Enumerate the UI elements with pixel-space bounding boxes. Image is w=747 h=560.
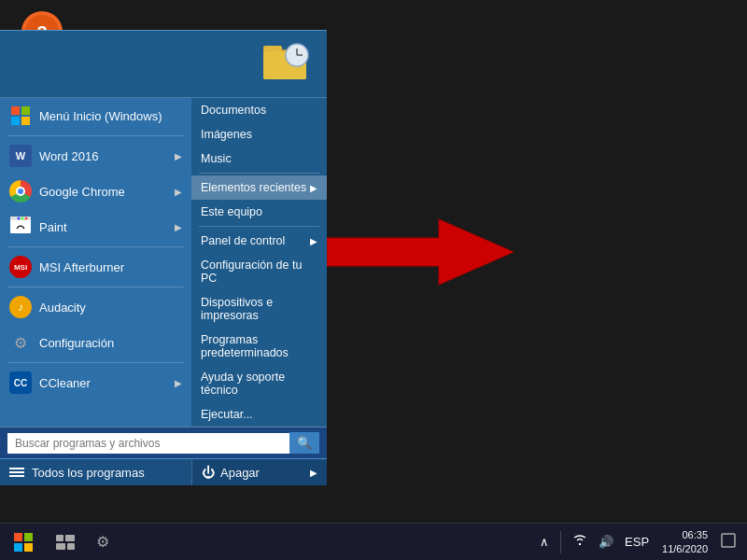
clock-time: 06:35: [662, 528, 708, 541]
menu-item-chrome[interactable]: Google Chrome ▶: [0, 174, 191, 209]
shutdown-arrow: ▶: [310, 468, 317, 478]
right-item-elementos-recientes[interactable]: Elementos recientes ▶: [191, 175, 327, 200]
svg-marker-14: [327, 219, 514, 285]
menu-divider-1: [7, 135, 184, 136]
start-menu: Menú Inicio (Windows) W Word 2016 ▶: [0, 30, 327, 485]
user-icon: [261, 38, 317, 90]
start-menu-top: [0, 31, 327, 98]
svg-point-13: [18, 217, 21, 220]
menu-item-config[interactable]: ⚙ Configuración: [0, 325, 191, 360]
clock-date: 11/6/2020: [662, 542, 708, 555]
start-search-bar: 🔍: [0, 427, 327, 458]
menu-divider-4: [7, 362, 184, 363]
menu-item-word-label: Word 2016: [39, 149, 98, 163]
shutdown-button[interactable]: ⏻ Apagar ▶: [191, 459, 327, 485]
tray-up-arrow[interactable]: ∧: [536, 533, 553, 551]
tray-network-icon[interactable]: [569, 532, 591, 552]
svg-point-12: [21, 217, 24, 220]
menu-item-config-label: Configuración: [39, 336, 114, 350]
right-item-ejecutar[interactable]: Ejecutar...: [191, 402, 327, 427]
panel-control-label: Panel de control: [201, 234, 285, 247]
taskbar: ⚙ ∧ 🔊 ESP 06:35 11/6/2020: [0, 523, 747, 560]
right-item-este-equipo[interactable]: Este equipo: [191, 200, 327, 224]
svg-rect-15: [56, 535, 63, 541]
task-view-button[interactable]: [47, 524, 84, 561]
cc-icon: CC: [9, 371, 32, 394]
taskbar-tray: ∧ 🔊 ESP 06:35 11/6/2020: [536, 526, 747, 557]
dispositivos-label: Dispositivos e impresoras: [201, 296, 317, 322]
ccleaner-arrow: ▶: [175, 378, 182, 388]
paint-arrow: ▶: [175, 222, 182, 232]
shutdown-label: Apagar: [220, 466, 260, 480]
msi-icon: MSI: [9, 256, 32, 278]
menu-item-inicio[interactable]: Menú Inicio (Windows): [0, 98, 191, 133]
svg-rect-19: [722, 534, 735, 547]
right-item-music[interactable]: Music: [191, 147, 327, 171]
panel-control-arrow: ▶: [310, 236, 317, 246]
all-programs-icon: [9, 465, 24, 480]
menu-item-msi[interactable]: MSI MSI Afterburner: [0, 249, 191, 285]
all-programs-button[interactable]: Todos los programas: [0, 459, 191, 485]
word-arrow: ▶: [175, 151, 182, 161]
right-item-programas[interactable]: Programas predeterminados: [191, 328, 327, 365]
menu-item-ccleaner[interactable]: CC CCleaner ▶: [0, 365, 191, 400]
start-menu-left: Menú Inicio (Windows) W Word 2016 ▶: [0, 98, 191, 427]
elementos-recientes-arrow: ▶: [310, 183, 317, 193]
svg-rect-16: [65, 535, 75, 541]
menu-item-word[interactable]: W Word 2016 ▶: [0, 138, 191, 174]
paint-icon: [9, 216, 32, 238]
menu-item-msi-label: MSI Afterburner: [39, 260, 124, 274]
start-menu-right: Documentos Imágenes Music Elementos reci…: [191, 98, 327, 427]
ayuda-label: Ayuda y soporte técnico: [201, 371, 317, 397]
right-divider-1: [199, 173, 319, 174]
clock[interactable]: 06:35 11/6/2020: [656, 526, 713, 557]
right-divider-2: [199, 226, 319, 227]
ejecutar-label: Ejecutar...: [201, 408, 253, 421]
menu-item-ccleaner-label: CCleaner: [39, 376, 91, 390]
start-menu-body: Menú Inicio (Windows) W Word 2016 ▶: [0, 98, 327, 427]
start-windows-logo: [14, 533, 33, 552]
documentos-label: Documentos: [201, 104, 266, 117]
programas-label: Programas predeterminados: [201, 333, 317, 359]
right-item-dispositivos[interactable]: Dispositivos e impresoras: [191, 290, 327, 328]
svg-rect-17: [56, 543, 65, 550]
tray-volume-icon[interactable]: 🔊: [595, 533, 617, 551]
right-item-documentos[interactable]: Documentos: [191, 98, 327, 122]
menu-item-audacity-label: Audacity: [39, 301, 86, 315]
este-equipo-label: Este equipo: [201, 205, 262, 218]
right-item-imagenes[interactable]: Imágenes: [191, 122, 327, 147]
svg-rect-4: [263, 46, 282, 51]
search-button[interactable]: 🔍: [289, 432, 319, 454]
right-item-config-pc[interactable]: Configuración de tu PC: [191, 253, 327, 290]
taskbar-settings-button[interactable]: ⚙: [84, 524, 121, 561]
tray-separator: [560, 531, 561, 553]
power-icon: ⏻: [202, 465, 215, 480]
word-icon: W: [9, 145, 32, 167]
tray-language[interactable]: ESP: [621, 533, 653, 551]
svg-point-11: [25, 217, 28, 220]
right-item-panel-control[interactable]: Panel de control ▶: [191, 229, 327, 253]
menu-item-audacity[interactable]: ♪ Audacity: [0, 289, 191, 325]
start-button[interactable]: [0, 524, 47, 561]
menu-item-inicio-label: Menú Inicio (Windows): [39, 109, 162, 123]
menu-item-paint-label: Paint: [39, 220, 67, 234]
imagenes-label: Imágenes: [201, 128, 252, 141]
right-item-ayuda[interactable]: Ayuda y soporte técnico: [191, 365, 327, 402]
config-icon: ⚙: [9, 331, 32, 354]
menu-divider-3: [7, 287, 184, 287]
red-arrow: [327, 215, 514, 289]
start-menu-bottom: Todos los programas ⏻ Apagar ▶: [0, 458, 327, 485]
all-programs-label: Todos los programas: [32, 466, 145, 480]
audacity-icon: ♪: [9, 296, 32, 318]
tray-notification-button[interactable]: [717, 531, 740, 553]
menu-divider-2: [7, 246, 184, 247]
windows-icon: [9, 105, 32, 127]
chrome-icon: [9, 180, 32, 203]
menu-item-chrome-label: Google Chrome: [39, 185, 125, 199]
elementos-recientes-label: Elementos recientes: [201, 181, 306, 194]
search-input[interactable]: [7, 433, 289, 454]
chrome-arrow: ▶: [175, 187, 182, 197]
config-pc-label: Configuración de tu PC: [201, 259, 317, 285]
music-label: Music: [201, 152, 232, 165]
menu-item-paint[interactable]: Paint ▶: [0, 209, 191, 245]
